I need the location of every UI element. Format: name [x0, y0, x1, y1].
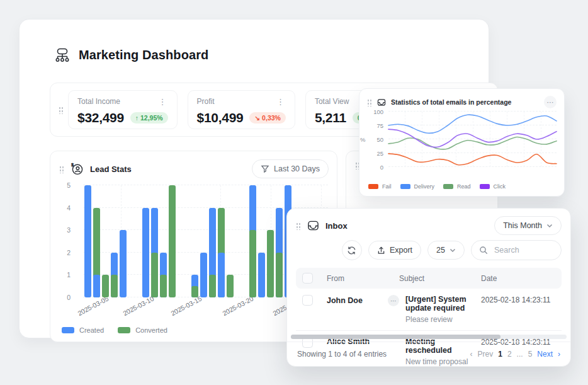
row-menu-icon[interactable]: ⋯	[388, 295, 399, 306]
ellipsis-menu-icon[interactable]: ⋯	[544, 96, 557, 108]
legend-swatch	[480, 184, 490, 189]
bar	[258, 253, 265, 297]
subject-cell: [Urgent] System update requiredPlease re…	[405, 295, 481, 324]
axis-tick-label: 2025-03-15	[169, 294, 203, 317]
stat-card-total-income: Total Income ⋮ $32,499 ↑ 12,95%	[68, 90, 178, 129]
legend-item: Created	[62, 326, 104, 334]
chevron-down-icon	[449, 248, 456, 253]
table-header-row: From Subject Date	[296, 268, 562, 289]
filter-last-30-days-button[interactable]: Last 30 Days	[252, 160, 328, 178]
lead-stats-title: Lead Stats	[90, 164, 132, 174]
stat-title: Profit	[197, 97, 215, 106]
legend-swatch	[118, 327, 130, 333]
inbox-card: Inbox This Month	[286, 208, 571, 367]
pagination-item[interactable]: 1	[498, 350, 502, 359]
refresh-icon	[347, 246, 356, 255]
axis-tick-label: 3	[67, 226, 71, 234]
email-stats-title: Statistics of total emails in percentage	[391, 98, 511, 106]
page-size-dropdown[interactable]: 25	[427, 241, 465, 260]
kebab-menu-icon[interactable]: ⋮	[157, 98, 168, 106]
axis-tick-label: 0	[380, 164, 383, 171]
legend-swatch	[400, 184, 410, 189]
legend-item: Click	[480, 183, 506, 190]
svg-text:$: $	[71, 163, 74, 167]
mail-icon	[377, 98, 386, 106]
pagination-item[interactable]: ‹	[470, 350, 473, 359]
legend-item: Fail	[368, 183, 392, 190]
drag-handle-icon[interactable]	[296, 222, 301, 230]
bar	[142, 208, 149, 297]
export-button[interactable]: Export	[368, 241, 421, 260]
scrollbar-thumb[interactable]	[291, 335, 500, 339]
axis-tick-label: 5	[67, 181, 71, 189]
refresh-button[interactable]	[342, 240, 362, 260]
axis-tick-label: 100	[373, 108, 383, 115]
chevron-down-icon	[546, 224, 553, 228]
lead-legend: CreatedConverted	[62, 326, 167, 334]
table-row[interactable]: John Doe⋯[Urgent] System update required…	[296, 289, 562, 331]
subject-text: [Urgent] System update required	[405, 295, 481, 313]
stat-value: $10,499	[197, 110, 244, 125]
email-y-axis: 0255075100%	[367, 112, 383, 167]
pagination: ‹Prev12...5Next›	[470, 350, 560, 359]
drag-handle-icon[interactable]	[367, 98, 372, 106]
pagination-item[interactable]: ›	[558, 350, 560, 359]
pagination-item[interactable]: 2	[507, 350, 512, 359]
legend-swatch	[368, 184, 378, 189]
legend-item: Converted	[118, 326, 167, 334]
legend-label: Fail	[382, 183, 392, 190]
pagination-item[interactable]: ...	[517, 350, 523, 359]
inbox-icon	[307, 220, 319, 231]
email-legend: FailDeliveryReadClick	[368, 183, 506, 190]
stat-value: 5,211	[315, 110, 346, 125]
kebab-menu-icon[interactable]: ⋮	[275, 98, 286, 106]
drag-handle-icon[interactable]	[59, 165, 64, 173]
subject-preview: Please review	[405, 315, 481, 324]
column-header-from: From	[327, 274, 399, 283]
email-plot	[388, 112, 557, 167]
bar	[120, 230, 127, 297]
axis-tick-label: 2025-03-05	[76, 294, 110, 317]
legend-label: Converted	[135, 326, 167, 334]
legend-item: Delivery	[400, 183, 435, 190]
drag-handle-icon[interactable]	[59, 106, 64, 114]
bar	[218, 253, 225, 297]
page-size-value: 25	[436, 246, 445, 255]
gridline	[83, 185, 328, 185]
pagination-item[interactable]: Next	[537, 350, 553, 359]
axis-tick-label: 4	[67, 204, 71, 212]
legend-label: Read	[457, 183, 471, 190]
trend-badge: ↘ 0,33%	[249, 112, 286, 124]
period-dropdown[interactable]: This Month	[494, 216, 562, 235]
period-label: This Month	[503, 221, 542, 230]
legend-swatch	[62, 327, 74, 333]
select-all-checkbox[interactable]	[302, 273, 313, 284]
filter-label: Last 30 Days	[274, 164, 320, 173]
search-box	[471, 240, 562, 260]
legend-swatch	[443, 184, 453, 189]
series-line-fail	[388, 154, 557, 165]
inbox-toolbar: Export 25	[342, 240, 562, 260]
stat-title: Total View	[315, 97, 349, 106]
inbox-footer: Showing 1 to 4 of 4 entries ‹Prev12...5N…	[287, 342, 570, 366]
pagination-item[interactable]: 5	[528, 350, 533, 359]
sender-name: John Doe	[327, 296, 363, 305]
inbox-title: Inbox	[325, 221, 348, 231]
bar	[93, 275, 100, 297]
stat-title: Total Income	[77, 97, 120, 106]
bar	[249, 230, 256, 297]
axis-tick-label: 25	[376, 150, 383, 157]
export-icon	[377, 246, 385, 255]
from-cell: John Doe⋯	[327, 295, 405, 306]
bar	[209, 275, 216, 297]
bar	[84, 185, 91, 297]
row-checkbox[interactable]	[302, 295, 313, 306]
bar	[191, 286, 198, 297]
series-line-delivery	[388, 115, 557, 133]
bar	[102, 275, 109, 297]
bar	[227, 275, 234, 297]
axis-tick-label: 2025-03-20	[221, 294, 254, 317]
leads-icon: $	[71, 163, 84, 176]
pagination-item[interactable]: Prev	[478, 350, 494, 359]
search-input[interactable]	[493, 245, 553, 255]
